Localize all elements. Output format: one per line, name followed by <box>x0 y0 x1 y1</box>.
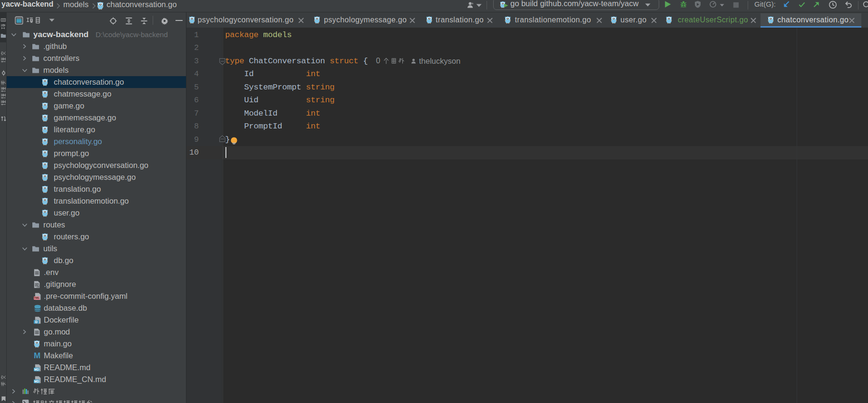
svg-text:D: D <box>35 320 38 323</box>
svg-text:MD: MD <box>34 379 39 383</box>
svg-text:MD: MD <box>34 367 39 371</box>
svg-text:YML: YML <box>34 296 39 299</box>
